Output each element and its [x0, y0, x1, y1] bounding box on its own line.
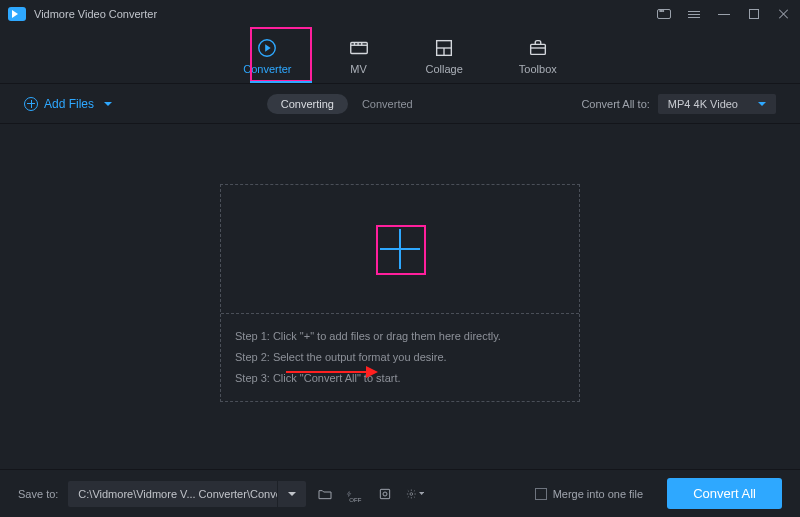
chevron-down-icon: [104, 102, 112, 106]
merge-checkbox[interactable]: Merge into one file: [535, 488, 644, 500]
save-to-label: Save to:: [18, 488, 58, 500]
instruction-step-1: Step 1: Click "+" to add files or drag t…: [235, 326, 565, 347]
output-format-select[interactable]: MP4 4K Video: [658, 94, 776, 114]
minimize-button[interactable]: [716, 6, 732, 22]
tab-label: Converter: [243, 63, 291, 75]
converter-icon: [256, 37, 278, 59]
open-folder-button[interactable]: [316, 485, 334, 503]
chevron-down-icon: [758, 102, 766, 106]
drop-area[interactable]: Step 1: Click "+" to add files or drag t…: [220, 184, 580, 402]
app-logo-icon: [8, 7, 26, 21]
save-path-display[interactable]: C:\Vidmore\Vidmore V... Converter\Conver…: [68, 481, 278, 507]
add-files-plus-button[interactable]: [378, 227, 422, 271]
convert-all-button[interactable]: Convert All: [667, 478, 782, 509]
menu-icon[interactable]: [686, 6, 702, 22]
feedback-icon[interactable]: [656, 6, 672, 22]
tab-mv[interactable]: MV: [342, 35, 376, 77]
add-files-label: Add Files: [44, 97, 94, 111]
settings-button[interactable]: [406, 485, 424, 503]
tab-converter[interactable]: Converter: [237, 35, 297, 77]
tab-label: Collage: [426, 63, 463, 75]
hardware-accel-button[interactable]: OFF: [346, 485, 364, 503]
tab-label: MV: [350, 63, 367, 75]
close-button[interactable]: [776, 6, 792, 22]
tab-toolbox[interactable]: Toolbox: [513, 35, 563, 77]
convert-all-to-label: Convert All to:: [581, 98, 649, 110]
tab-label: Toolbox: [519, 63, 557, 75]
instruction-step-2: Step 2: Select the output format you des…: [235, 347, 565, 368]
instruction-step-3: Step 3: Click "Convert All" to start.: [235, 368, 565, 389]
toolbox-icon: [527, 37, 549, 59]
mv-icon: [348, 37, 370, 59]
active-tab-underline: [250, 81, 312, 83]
plus-circle-icon: [24, 97, 38, 111]
app-title: Vidmore Video Converter: [34, 8, 157, 20]
svg-rect-10: [530, 44, 545, 54]
svg-rect-2: [350, 42, 367, 53]
svg-point-14: [383, 492, 387, 496]
tab-collage[interactable]: Collage: [420, 35, 469, 77]
toggle-converting[interactable]: Converting: [267, 94, 348, 114]
svg-marker-1: [266, 44, 272, 51]
svg-marker-16: [419, 492, 424, 495]
collage-icon: [433, 37, 455, 59]
merge-label: Merge into one file: [553, 488, 644, 500]
toggle-converted[interactable]: Converted: [348, 94, 427, 114]
maximize-button[interactable]: [746, 6, 762, 22]
svg-marker-12: [348, 491, 352, 496]
svg-rect-13: [381, 489, 390, 498]
high-speed-button[interactable]: [376, 485, 394, 503]
add-files-button[interactable]: Add Files: [24, 97, 112, 111]
checkbox-icon: [535, 488, 547, 500]
save-path-dropdown[interactable]: [278, 481, 306, 507]
svg-point-15: [410, 492, 413, 495]
output-format-value: MP4 4K Video: [668, 98, 738, 110]
chevron-down-icon: [288, 492, 296, 496]
annotation-arrow: [286, 371, 376, 373]
